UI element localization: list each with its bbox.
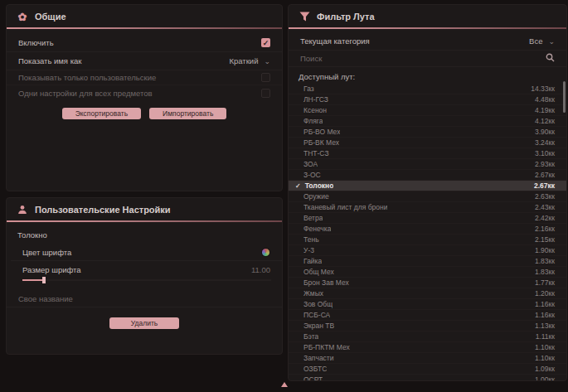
list-item[interactable]: Гайка1.83кк: [289, 256, 566, 267]
header-divider: [7, 27, 282, 29]
list-item[interactable]: Общ Мех1.83кк: [289, 267, 566, 278]
list-item[interactable]: Экран ТВ1.13кк: [289, 321, 566, 332]
item-value: 1.11кк: [536, 332, 555, 341]
list-item[interactable]: ЛН-ГСЗ4.48кк: [289, 94, 566, 105]
item-name: У-3: [303, 246, 314, 254]
same-settings-label: Одни настройки для всех предметов: [18, 89, 153, 98]
delete-row: Удалить: [7, 317, 282, 329]
item-value: 1.20кк: [535, 289, 555, 298]
item-name: Ветра: [303, 214, 323, 222]
list-item[interactable]: Ветра2.42кк: [289, 213, 566, 224]
check-icon: ✓: [295, 182, 301, 190]
search-icon[interactable]: [546, 53, 555, 64]
list-item[interactable]: Бэта1.11кк: [289, 332, 566, 342]
custom-name-input[interactable]: Свое название: [18, 294, 73, 303]
show-name-dropdown[interactable]: Краткий ⌄: [229, 56, 270, 65]
item-name: Экран ТВ: [303, 322, 334, 330]
item-value: 1.16кк: [535, 300, 555, 308]
same-settings-row: Одни настройки для всех предметов: [7, 85, 282, 100]
scrollbar-thumb[interactable]: [563, 81, 566, 113]
item-value: 2.63кк: [535, 192, 555, 201]
item-name: ОЗБТС: [303, 365, 327, 373]
item-value: 4.19кк: [535, 106, 555, 114]
show-name-value: Краткий: [229, 56, 258, 65]
font-size-label: Размер шрифта: [22, 265, 81, 274]
item-value: 4.12кк: [535, 117, 555, 125]
category-label: Текущая категория: [300, 36, 370, 46]
custom-name-row: Свое название: [7, 291, 282, 307]
only-custom-label: Показывать только пользовательские: [18, 73, 156, 82]
list-item[interactable]: Фляга4.12кк: [289, 116, 566, 127]
chevron-down-icon: ⌄: [264, 59, 270, 64]
item-value: 3.10кк: [535, 149, 555, 157]
search-input[interactable]: Поиск: [300, 54, 322, 63]
list-item[interactable]: Брон Зав Мех1.77кк: [289, 278, 566, 288]
show-name-label: Показать имя как: [18, 56, 81, 65]
item-name: ✓Толокно: [295, 181, 333, 190]
list-item[interactable]: З-ОС2.67кк: [289, 170, 566, 181]
item-value: 1.00кк: [535, 375, 555, 381]
list-item[interactable]: Ксенон4.19кк: [289, 105, 566, 116]
list-item[interactable]: Запчасти1.10кк: [289, 353, 566, 364]
filter-title: Фильтр Лута: [317, 12, 375, 22]
show-name-row: Показать имя как Краткий ⌄: [7, 52, 282, 70]
category-row: Текущая категория Все ⌄: [289, 32, 566, 51]
item-value: 3.90кк: [535, 128, 555, 136]
item-name: Газ: [303, 85, 314, 93]
enable-label: Включить: [18, 38, 54, 47]
item-value: 3.24кк: [535, 138, 555, 147]
list-item[interactable]: ОЗБТС1.09кк: [289, 364, 566, 375]
item-name: Гайка: [303, 257, 322, 265]
item-value: 1.77кк: [535, 278, 555, 287]
only-custom-checkbox[interactable]: [261, 73, 270, 82]
list-item[interactable]: Тканевый лист для брони2.43кк: [289, 202, 566, 213]
slider-handle[interactable]: [42, 277, 46, 283]
list-item[interactable]: РБ-ВО Мех3.90кк: [289, 127, 566, 138]
item-name: ЗОА: [303, 160, 318, 168]
item-name: Тень: [303, 235, 319, 244]
gear-flower-icon: ✿: [17, 11, 28, 22]
color-wheel-icon[interactable]: [261, 248, 270, 257]
list-item[interactable]: Тень2.15кк: [289, 235, 566, 245]
item-name: ПСБ-СА: [303, 311, 330, 319]
item-name: Оружие: [303, 192, 329, 201]
delete-button[interactable]: Удалить: [109, 317, 179, 329]
item-name: Брон Зав Мех: [303, 278, 349, 287]
list-item[interactable]: ЗОА2.93кк: [289, 159, 566, 170]
header-divider: [289, 27, 566, 29]
chevron-down-icon: ⌄: [548, 39, 555, 44]
item-value: 2.67кк: [534, 181, 555, 190]
item-value: 14.33кк: [531, 85, 555, 93]
category-dropdown[interactable]: Все ⌄: [529, 36, 555, 46]
list-item[interactable]: Жмых1.20кк: [289, 288, 566, 299]
loot-filter-panel: Фильтр Лута Текущая категория Все ⌄ Поис…: [288, 4, 567, 381]
list-item[interactable]: ПСБ-СА1.16кк: [289, 310, 566, 321]
custom-header: Пользовательские Настройки: [7, 198, 282, 220]
list-item[interactable]: Оружие2.63кк: [289, 191, 566, 202]
custom-settings-panel: Пользовательские Настройки Толокно Цвет …: [6, 197, 283, 355]
item-value: 2.43кк: [535, 203, 555, 211]
list-item[interactable]: ТНТ-СЗ3.10кк: [289, 148, 566, 159]
list-item[interactable]: У-31.90кк: [289, 245, 566, 256]
list-item[interactable]: Зов Общ1.16кк: [289, 299, 566, 310]
list-item[interactable]: РБ-ВК Мех3.24кк: [289, 138, 566, 148]
item-name: З-ОС: [303, 171, 321, 179]
list-item[interactable]: Фенечка2.16кк: [289, 224, 566, 235]
item-name: РБ-ВО Мех: [303, 128, 340, 136]
available-loot-label: Доступный лут:: [289, 67, 566, 84]
list-item[interactable]: ✓Толокно2.67кк: [289, 181, 566, 191]
import-button[interactable]: Импортировать: [149, 108, 226, 119]
same-settings-checkbox[interactable]: [261, 89, 270, 98]
font-color-row: Цвет шрифта: [11, 244, 282, 261]
loot-filter-app: ✿ Общие Включить ✓ Показать имя как Крат…: [0, 0, 568, 392]
page-drag-handle[interactable]: [281, 382, 288, 387]
enable-checkbox[interactable]: ✓: [261, 38, 270, 47]
list-item[interactable]: РБ-ПКТМ Мех1.10кк: [289, 342, 566, 353]
export-button[interactable]: Экспортировать: [62, 108, 141, 119]
list-item[interactable]: ОСРТ1.00кк: [289, 375, 566, 381]
item-name: ЛН-ГСЗ: [303, 95, 328, 104]
item-name: Ксенон: [303, 106, 327, 114]
font-size-slider[interactable]: [22, 279, 271, 281]
item-value: 1.16кк: [535, 311, 555, 319]
list-item[interactable]: Газ14.33кк: [289, 84, 566, 94]
